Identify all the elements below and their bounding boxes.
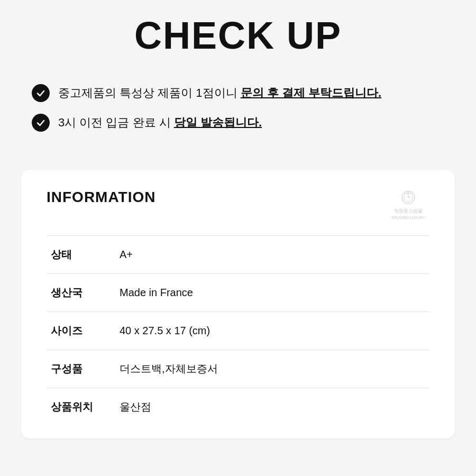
checklist-item-1: 중고제품의 특성상 제품이 1점이니 문의 후 결제 부탁드립니다. <box>32 84 444 102</box>
check-icon-2 <box>32 114 50 132</box>
brand-name-text: 착한중고명품TRUSTED LUXURY <box>391 208 425 221</box>
table-value: A+ <box>115 236 429 274</box>
page-title: CHECK UP <box>21 15 455 57</box>
table-row: 구성품 더스트백,자체보증서 <box>47 350 429 388</box>
table-value: Made in France <box>115 274 429 312</box>
checklist-emphasis-1: 문의 후 결제 부탁드립니다. <box>241 86 381 99</box>
table-value: 울산점 <box>115 388 429 426</box>
table-row: 상품위치 울산점 <box>47 388 429 426</box>
table-label: 구성품 <box>47 350 115 388</box>
info-card-title: INFORMATION <box>47 189 155 206</box>
table-label: 생산국 <box>47 274 115 312</box>
info-card-header: INFORMATION 착한중고명품TRUSTED LUXURY <box>47 189 429 221</box>
brand-watermark: 착한중고명품TRUSTED LUXURY <box>387 189 429 221</box>
checklist-text-2: 3시 이전 입금 완료 시 당일 발송됩니다. <box>58 115 262 131</box>
table-value: 40 x 27.5 x 17 (cm) <box>115 312 429 350</box>
info-table: 상태 A+ 생산국 Made in France 사이즈 40 x 27.5 x… <box>47 235 429 426</box>
table-value: 더스트백,자체보증서 <box>115 350 429 388</box>
checklist-section: 중고제품의 특성상 제품이 1점이니 문의 후 결제 부탁드립니다. 3시 이전… <box>0 72 476 159</box>
brand-logo-icon <box>399 189 418 206</box>
table-row: 상태 A+ <box>47 236 429 274</box>
checklist-text-1: 중고제품의 특성상 제품이 1점이니 문의 후 결제 부탁드립니다. <box>58 85 381 102</box>
table-label: 상품위치 <box>47 388 115 426</box>
checklist-item-2: 3시 이전 입금 완료 시 당일 발송됩니다. <box>32 114 444 132</box>
table-row: 사이즈 40 x 27.5 x 17 (cm) <box>47 312 429 350</box>
header-section: CHECK UP <box>0 0 476 72</box>
table-label: 사이즈 <box>47 312 115 350</box>
checklist-emphasis-2: 당일 발송됩니다. <box>174 116 262 129</box>
info-section: INFORMATION 착한중고명품TRUSTED LUXURY 상태 A+ <box>0 159 476 460</box>
table-row: 생산국 Made in France <box>47 274 429 312</box>
info-card: INFORMATION 착한중고명품TRUSTED LUXURY 상태 A+ <box>21 170 455 438</box>
check-icon-1 <box>32 84 50 102</box>
table-label: 상태 <box>47 236 115 274</box>
